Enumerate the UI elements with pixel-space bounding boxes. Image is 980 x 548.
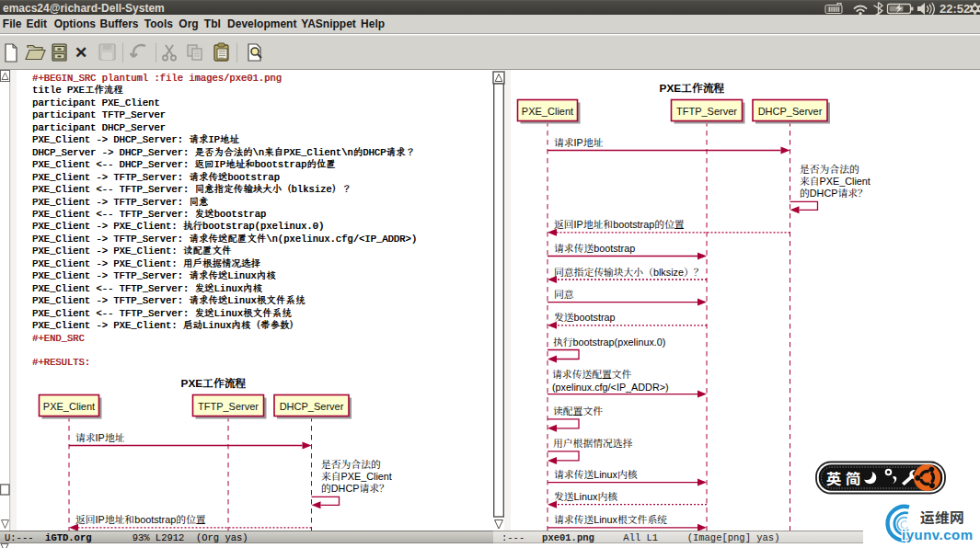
svg-text:返回IP地址和bootstrap的位置: 返回IP地址和bootstrap的位置 [75, 514, 206, 525]
svg-text:用户根据情况选择: 用户根据情况选择 [553, 438, 633, 449]
svg-text:请求IP地址: 请求IP地址 [554, 137, 604, 148]
svg-text:来自PXE_Client: 来自PXE_Client [321, 471, 392, 482]
svg-text:请求传送配置文件: 请求传送配置文件 [552, 369, 632, 380]
svg-text:发送Linux内核: 发送Linux内核 [554, 491, 617, 502]
svg-text:是否为合法的: 是否为合法的 [321, 459, 381, 470]
svg-text:读配置文件: 读配置文件 [553, 405, 603, 417]
svg-text:请求IP地址: 请求IP地址 [75, 432, 125, 443]
svg-text:TFTP_Server: TFTP_Server [198, 401, 259, 412]
svg-text:请求传送Linux根文件系统: 请求传送Linux根文件系统 [554, 514, 667, 525]
svg-text:运维网: 运维网 [920, 507, 964, 527]
svg-text:PXE_Client: PXE_Client [522, 106, 573, 117]
svg-text:请求传送bootstrap: 请求传送bootstrap [554, 243, 635, 254]
svg-text:同意: 同意 [554, 289, 574, 300]
svg-text:同意指定传输块大小（blksize）？: 同意指定传输块大小（blksize）？ [554, 267, 704, 278]
svg-text:PXE工作流程: PXE工作流程 [181, 377, 247, 390]
svg-text:请求传送Linux内核: 请求传送Linux内核 [554, 469, 638, 480]
svg-text:的DHCP请求？: 的DHCP请求？ [321, 483, 389, 494]
svg-text:PXE_Client: PXE_Client [43, 401, 95, 412]
svg-text:DHCP_Server: DHCP_Server [758, 106, 823, 117]
svg-text:英 简: 英 简 [826, 467, 861, 489]
svg-text:iyunv.com: iyunv.com [902, 527, 974, 542]
svg-text:PXE工作流程: PXE工作流程 [660, 82, 725, 95]
svg-text:DHCP_Server: DHCP_Server [280, 401, 344, 412]
svg-text:返回IP地址和bootstrap的位置: 返回IP地址和bootstrap的位置 [554, 219, 685, 230]
svg-text:TFTP_Server: TFTP_Server [676, 106, 737, 117]
svg-text:是否为合法的: 是否为合法的 [800, 164, 859, 175]
svg-text:(pxelinux.cfg/<IP_ADDR>): (pxelinux.cfg/<IP_ADDR>) [552, 382, 669, 393]
svg-text:的DHCP请求？: 的DHCP请求？ [800, 188, 868, 199]
svg-text:发送bootstrap: 发送bootstrap [554, 312, 616, 323]
svg-text:✕: ✕ [75, 44, 87, 62]
svg-text:22:52: 22:52 [940, 2, 970, 16]
svg-text:来自PXE_Client: 来自PXE_Client [800, 176, 870, 187]
svg-text:执行bootstrap(pxelinux.0): 执行bootstrap(pxelinux.0) [553, 337, 665, 348]
